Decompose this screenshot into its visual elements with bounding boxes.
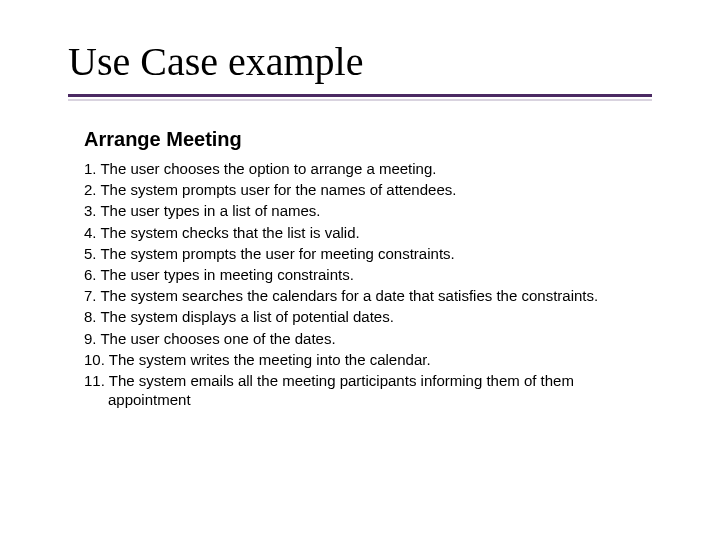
title-block: Use Case example — [68, 40, 652, 101]
step-item: 9. The user chooses one of the dates. — [84, 329, 644, 348]
step-item: 8. The system displays a list of potenti… — [84, 307, 644, 326]
use-case-name: Arrange Meeting — [84, 128, 644, 151]
step-item: 6. The user types in meeting constraints… — [84, 265, 644, 284]
step-item: 7. The system searches the calendars for… — [84, 286, 644, 305]
step-item: 10. The system writes the meeting into t… — [84, 350, 644, 369]
step-item: 2. The system prompts user for the names… — [84, 180, 644, 199]
step-item: 1. The user chooses the option to arrang… — [84, 159, 644, 178]
step-item: 4. The system checks that the list is va… — [84, 223, 644, 242]
slide: Use Case example Arrange Meeting 1. The … — [0, 0, 720, 540]
step-item: 11. The system emails all the meeting pa… — [84, 371, 644, 409]
step-item: 5. The system prompts the user for meeti… — [84, 244, 644, 263]
title-underline-dark — [68, 94, 652, 97]
slide-title: Use Case example — [68, 40, 652, 84]
title-underline-light — [68, 99, 652, 101]
body-content: Arrange Meeting 1. The user chooses the … — [84, 128, 644, 411]
step-item: 3. The user types in a list of names. — [84, 201, 644, 220]
